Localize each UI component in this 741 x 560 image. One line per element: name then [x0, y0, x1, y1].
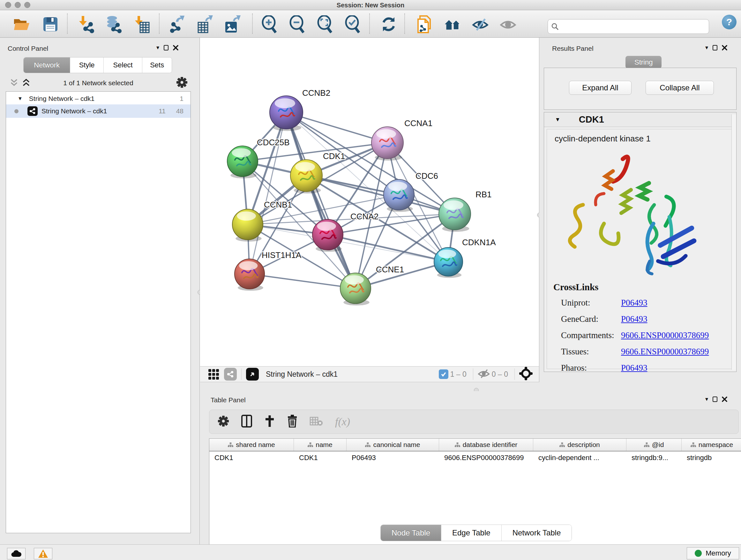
table-cell[interactable]: 9606.ENSP00000378699: [439, 451, 533, 464]
network-row[interactable]: String Network – cdk1 11 48: [6, 105, 191, 118]
refresh-icon[interactable]: [381, 16, 397, 33]
fit-selected-crosshair-icon[interactable]: [519, 367, 533, 381]
node-label-cdkn1a: CDKN1A: [462, 238, 496, 247]
network-node-hist1h1a[interactable]: HIST1H1A: [234, 250, 301, 291]
import-network-from-database-icon[interactable]: [105, 16, 122, 33]
expand-all-networks-icon[interactable]: [22, 78, 30, 88]
panel-float-icon[interactable]: [713, 396, 718, 402]
tab-network-table[interactable]: Network Table: [502, 525, 572, 541]
crosslinks-list: Uniprot:P06493GeneCard:P06493Compartment…: [561, 295, 733, 376]
network-node-ccnb1[interactable]: CCNB1: [232, 200, 292, 242]
panel-menu-icon[interactable]: ▾: [705, 395, 708, 402]
table-cell[interactable]: stringdb:9...: [626, 451, 682, 464]
network-overview-icon[interactable]: [224, 368, 237, 381]
network-node-ccne1[interactable]: CCNE1: [340, 265, 404, 306]
column-header[interactable]: canonical name: [347, 439, 439, 451]
selected-nodes-checkbox-icon[interactable]: [439, 369, 448, 379]
home-icon[interactable]: [444, 16, 461, 33]
add-column-icon[interactable]: [264, 415, 275, 429]
help-button[interactable]: ?: [722, 15, 737, 29]
hide-eye-icon[interactable]: [472, 16, 488, 33]
crosslink-link[interactable]: P06493: [621, 363, 648, 373]
tab-select[interactable]: Select: [104, 57, 142, 73]
memory-button[interactable]: Memory: [687, 547, 739, 559]
export-network-icon[interactable]: [169, 16, 186, 33]
column-header[interactable]: namespace: [682, 439, 741, 451]
table-cell[interactable]: CDK1: [209, 451, 294, 464]
panel-close-icon[interactable]: [173, 45, 179, 51]
function-builder-icon[interactable]: f(x): [335, 416, 350, 428]
column-header[interactable]: shared name: [209, 439, 294, 451]
import-table-icon[interactable]: [134, 16, 151, 33]
export-table-icon[interactable]: [197, 16, 213, 33]
network-view: CCNB2CCNA1CDC25BCDK1CDC6RB1CCNB1CCNA2CDK…: [200, 38, 539, 391]
grid-view-icon[interactable]: [208, 369, 219, 380]
show-annotations-icon[interactable]: [416, 16, 433, 33]
panel-float-icon[interactable]: [164, 45, 169, 51]
section-expand-icon[interactable]: ▼: [555, 117, 560, 123]
delete-column-trash-icon[interactable]: [287, 415, 297, 429]
network-collection-row[interactable]: ▼ String Network – cdk1 1: [6, 93, 191, 105]
network-edge-count: 48: [176, 107, 184, 115]
collection-expand-icon[interactable]: ▼: [17, 96, 23, 102]
delete-table-icon[interactable]: [310, 416, 323, 428]
network-node-ccna1[interactable]: CCNA1: [372, 118, 432, 161]
zoom-out-icon[interactable]: [289, 16, 306, 33]
tab-edge-table[interactable]: Edge Table: [441, 525, 502, 541]
zoom-selected-icon[interactable]: [344, 16, 361, 33]
birdseye-view-icon[interactable]: [246, 368, 259, 381]
search-field[interactable]: [548, 19, 709, 34]
table-settings-gear-icon[interactable]: [218, 415, 229, 428]
collapse-all-networks-icon[interactable]: [10, 78, 18, 88]
panel-menu-icon[interactable]: ▾: [156, 44, 159, 51]
export-image-icon[interactable]: [224, 16, 241, 33]
crosslink-link[interactable]: 9606.ENSP00000378699: [621, 347, 709, 357]
network-node-cdkn1a[interactable]: CDKN1A: [434, 238, 496, 278]
network-canvas[interactable]: CCNB2CCNA1CDC25BCDK1CDC6RB1CCNB1CCNA2CDK…: [200, 38, 539, 366]
expand-all-button[interactable]: Expand All: [569, 81, 631, 95]
selected-counts: 1 – 0: [450, 370, 467, 379]
show-columns-icon[interactable]: [241, 415, 252, 429]
cloud-button[interactable]: [7, 548, 25, 559]
node-label-hist1h1a: HIST1H1A: [262, 250, 301, 260]
panel-float-icon[interactable]: [713, 45, 718, 51]
column-header[interactable]: database identifier: [439, 439, 533, 451]
zoom-fit-icon[interactable]: [317, 16, 333, 33]
tab-string[interactable]: String: [625, 56, 662, 69]
table-cell[interactable]: CDK1: [294, 451, 347, 464]
network-node-cdc25b[interactable]: CDC25B: [227, 138, 290, 179]
tab-node-table[interactable]: Node Table: [381, 525, 441, 541]
import-network-icon[interactable]: [78, 16, 94, 33]
panel-close-icon[interactable]: [722, 45, 727, 51]
search-input[interactable]: [561, 23, 705, 30]
main-toolbar: ?: [0, 10, 741, 38]
column-header[interactable]: @id: [626, 439, 682, 451]
crosslink-link[interactable]: P06493: [621, 314, 648, 324]
open-session-icon[interactable]: [13, 16, 30, 33]
collapse-all-button[interactable]: Collapse All: [646, 81, 714, 95]
network-options-gear-icon[interactable]: [176, 77, 188, 89]
save-session-icon[interactable]: [42, 16, 59, 33]
crosslink-link[interactable]: 9606.ENSP00000378699: [621, 330, 709, 340]
tab-sets[interactable]: Sets: [142, 57, 172, 73]
table-cell[interactable]: cyclin-dependent ...: [533, 451, 626, 464]
results-scrollbar[interactable]: [731, 114, 736, 370]
protein-section-header[interactable]: ▼ CDK1: [544, 112, 736, 127]
column-header[interactable]: description: [533, 439, 626, 451]
column-header[interactable]: name: [294, 439, 347, 451]
hidden-eye-icon[interactable]: [478, 369, 490, 380]
panel-close-icon[interactable]: [722, 396, 727, 402]
table-cell[interactable]: stringdb: [682, 451, 741, 464]
panel-menu-icon[interactable]: ▾: [705, 44, 708, 51]
network-node-ccnb2[interactable]: CCNB2: [270, 88, 330, 131]
show-eye-icon[interactable]: [500, 16, 516, 33]
crosslink-link[interactable]: P06493: [621, 298, 648, 308]
table-cell[interactable]: P06493: [347, 451, 439, 464]
warning-button[interactable]: [34, 548, 52, 559]
tab-style[interactable]: Style: [70, 57, 104, 73]
table-panel: Table Panel ▾ f(x) shared: [200, 391, 741, 544]
network-node-rb1[interactable]: RB1: [439, 190, 492, 232]
tab-network[interactable]: Network: [23, 57, 70, 73]
table-row[interactable]: CDK1CDK1P064939606.ENSP00000378699cyclin…: [209, 451, 741, 464]
zoom-in-icon[interactable]: [261, 16, 278, 33]
